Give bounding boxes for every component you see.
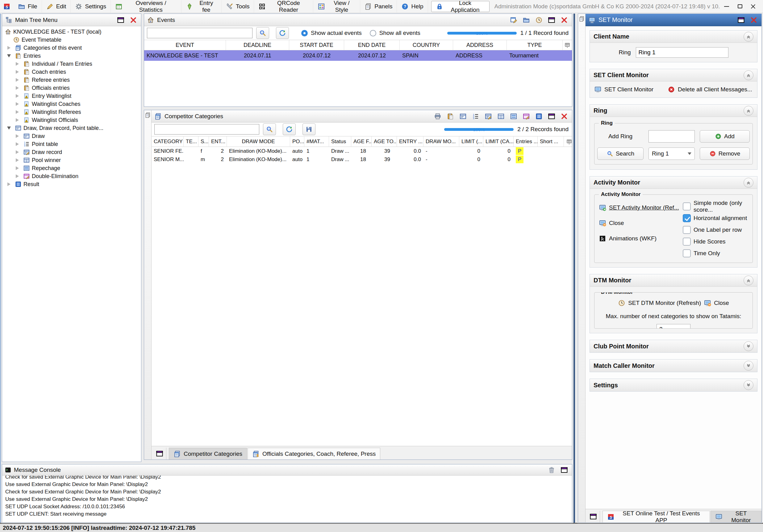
window-icon[interactable] [153, 448, 166, 460]
close-panel-button[interactable] [749, 15, 759, 25]
events-toolbar-button[interactable] [547, 15, 557, 25]
events-search-input[interactable] [147, 28, 253, 38]
menu-item[interactable]: Settings [71, 0, 111, 13]
column-header[interactable]: ENT... [209, 136, 227, 147]
menu-item[interactable]: Overviews / Statistics [111, 0, 181, 13]
tree-item[interactable]: KNOWLEDGE BASE - TEST (local) [2, 28, 141, 36]
column-header[interactable]: ADDRESS [453, 40, 507, 50]
tree-item[interactable]: Entry Waitinglist [2, 92, 141, 100]
delete-client-messages-link[interactable]: Delete all Client Messages... [668, 86, 752, 93]
column-chooser-button[interactable] [563, 40, 572, 50]
pages-icon[interactable] [145, 112, 151, 118]
checkbox[interactable] [683, 214, 691, 222]
column-header[interactable]: Status [329, 136, 351, 147]
column-header[interactable]: S... [198, 136, 209, 147]
close-dtm-monitor-link[interactable]: Close [704, 299, 729, 307]
bottom-tab[interactable]: Competitor Categories [169, 448, 247, 460]
categories-toolbar-button[interactable] [509, 112, 518, 121]
column-header[interactable]: LIMIT (... [459, 136, 484, 147]
bottom-tab[interactable]: SET Monitor [710, 511, 761, 522]
bottom-tab[interactable]: SET Online Test / Test Events APP [602, 511, 710, 522]
menu-item[interactable]: Help [397, 0, 428, 13]
expand-arrow-icon[interactable] [13, 150, 21, 154]
tree-item[interactable]: Double-Elimination [2, 172, 141, 180]
ring-name-input[interactable] [636, 47, 728, 58]
category-row[interactable]: SENIOR M...m2Elimination (KO-Mode)...aut… [152, 155, 572, 163]
window-icon[interactable] [587, 511, 600, 522]
undock-panel-button[interactable] [559, 465, 569, 475]
tree-item[interactable]: Result [2, 180, 141, 188]
categories-toolbar-button[interactable] [559, 112, 569, 121]
expand-arrow-icon[interactable] [13, 166, 21, 170]
tree-item[interactable]: Waitinglist Coaches [2, 100, 141, 108]
expand-arrow-icon[interactable] [5, 54, 13, 57]
undock-panel-button[interactable] [736, 15, 746, 25]
categories-toolbar-button[interactable] [458, 112, 468, 121]
column-header[interactable]: START DATE [289, 40, 344, 50]
max-categories-input[interactable] [657, 324, 691, 329]
column-header[interactable]: DRAW MO... [423, 136, 459, 147]
expand-arrow-icon[interactable] [5, 182, 13, 186]
tree-item[interactable]: Draw, Draw record, Point table... [2, 124, 141, 132]
column-header[interactable]: TE... [184, 136, 198, 147]
ring-select[interactable]: Ring 1 [648, 148, 695, 160]
expand-arrow-icon[interactable] [13, 70, 21, 74]
remove-ring-button[interactable]: Remove [700, 148, 750, 160]
undock-panel-button[interactable] [116, 15, 126, 25]
tree-item[interactable]: Event Timetable [2, 36, 141, 44]
clear-console-button[interactable] [547, 465, 557, 475]
column-header[interactable]: TYPE [507, 40, 563, 50]
open-activity-monitor-link[interactable]: SET Activity Monitor (Ref... [599, 204, 680, 211]
expand-arrow-icon[interactable] [13, 78, 21, 82]
tree-item[interactable]: Waitinglist Officials [2, 116, 141, 124]
menu-item[interactable]: QRCode Reader [254, 0, 313, 13]
search-button[interactable] [263, 123, 276, 135]
menu-item[interactable]: Entry fee [181, 0, 222, 13]
collapse-section-button[interactable] [743, 178, 753, 188]
column-header[interactable]: PO... [290, 136, 304, 147]
tree-item[interactable]: Referee entries [2, 76, 141, 84]
menu-item[interactable]: Panels [360, 0, 397, 13]
open-set-client-monitor-link[interactable]: SET Client Monitor [594, 86, 653, 93]
bottom-tab[interactable]: Officials Categories, Coach, Referee, Pr… [248, 448, 380, 460]
categories-toolbar-button[interactable] [445, 112, 455, 121]
column-header[interactable]: AGE F... [351, 136, 372, 147]
expand-arrow-icon[interactable] [13, 142, 21, 146]
column-header[interactable]: EVENT [144, 40, 226, 50]
animations-wkf-link[interactable]: Animations (WKF) [599, 235, 680, 242]
checkbox[interactable] [683, 226, 691, 234]
restore-button[interactable] [733, 0, 747, 13]
lock-application-button[interactable]: Lock Application [431, 1, 490, 12]
menu-item[interactable]: Edit [42, 0, 71, 13]
column-header[interactable]: DEADLINE [226, 40, 289, 50]
expand-arrow-icon[interactable] [13, 94, 21, 98]
categories-toolbar-button[interactable] [496, 112, 506, 121]
add-ring-input[interactable] [648, 130, 695, 143]
column-header[interactable]: ENTRY ... [397, 136, 423, 147]
categories-toolbar-button[interactable] [433, 112, 443, 121]
events-toolbar-button[interactable] [559, 15, 569, 25]
tree-item[interactable]: Categories of this event [2, 44, 141, 52]
column-header[interactable]: LIMIT (CA... [484, 136, 514, 147]
expand-section-button[interactable] [743, 361, 753, 371]
events-toolbar-button[interactable] [509, 15, 518, 25]
menu-item[interactable]: File [14, 0, 42, 13]
vertical-splitter[interactable] [574, 14, 575, 523]
collapse-section-button[interactable] [743, 106, 753, 116]
set-dtm-monitor-refresh-link[interactable]: SET DTM Monitor (Refresh) [618, 299, 701, 307]
radio-show-all-events[interactable] [370, 30, 376, 37]
expand-arrow-icon[interactable] [13, 174, 21, 178]
close-window-button[interactable] [747, 0, 760, 13]
categories-toolbar-button[interactable] [521, 112, 531, 121]
radio-show-actual-events[interactable] [301, 30, 308, 37]
categories-toolbar-button[interactable] [547, 112, 557, 121]
tree-item[interactable]: Draw record [2, 148, 141, 156]
expand-section-button[interactable] [743, 380, 753, 390]
minimize-button[interactable] [720, 0, 733, 13]
categories-toolbar-button[interactable] [484, 112, 493, 121]
column-header[interactable]: CATEGORY [152, 136, 184, 147]
collapse-section-button[interactable] [743, 275, 753, 285]
tree-item[interactable]: Individual / Team Entries [2, 60, 141, 68]
column-chooser-button[interactable] [564, 136, 572, 147]
events-toolbar-button[interactable] [521, 15, 531, 25]
